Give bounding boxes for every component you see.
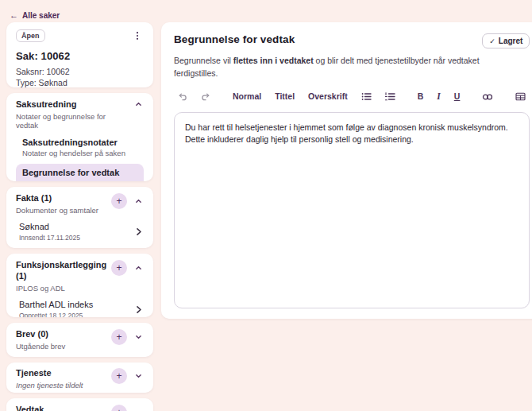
- chevron-right-icon: [136, 227, 142, 236]
- case-title: Sak: 10062: [16, 50, 144, 62]
- kebab-menu-icon[interactable]: [131, 29, 144, 44]
- sidebar-item-saksutredningsnotater[interactable]: Saksutredningsnotater Notater og hendels…: [16, 134, 144, 161]
- table-icon: [515, 92, 526, 101]
- chevron-up-icon: [135, 265, 142, 271]
- case-number: Saksnr: 10062: [16, 66, 144, 77]
- section-subtitle: IPLOS og ADL: [16, 284, 106, 293]
- section-brev: Brev (0) Utgående brev +: [6, 323, 153, 357]
- description-bold-text: flettes inn i vedtaket: [233, 56, 314, 65]
- add-funksjonskartlegging-button[interactable]: +: [111, 260, 127, 276]
- case-type: Type: Søknad: [16, 77, 144, 87]
- back-link-label: Alle saker: [22, 11, 60, 20]
- document-row-barthel[interactable]: Barthel ADL indeks Opprettet 18.12.2025: [16, 297, 144, 317]
- section-funksjonskartlegging: Funksjonskartlegging (1) IPLOS og ADL + …: [6, 254, 153, 317]
- chevron-up-icon: [135, 101, 142, 107]
- top-bar: ← Alle saker: [0, 0, 532, 21]
- document-meta: Innsendt 17.11.2025: [19, 234, 80, 242]
- editor-description: Begrunnelse vil flettes inn i vedtaket o…: [174, 55, 523, 80]
- section-title: Funksjonskartlegging (1): [16, 260, 106, 282]
- plus-icon: +: [116, 405, 121, 411]
- item-subtitle: Notater og hendelser på saken: [22, 149, 137, 157]
- saved-label: Lagret: [499, 37, 523, 45]
- document-title: Barthel ADL indeks: [19, 299, 93, 310]
- ordered-list-button[interactable]: [381, 91, 399, 103]
- checkmark-icon: ✓: [489, 37, 495, 45]
- section-subtitle: Ingen tjeneste tildelt: [16, 381, 83, 390]
- section-tjeneste: Tjeneste Ingen tjeneste tildelt +: [6, 363, 153, 393]
- item-subtitle: Begrunnelse for beslutningen som tas: [22, 180, 137, 181]
- plus-icon: +: [116, 330, 121, 344]
- chevron-down-icon: [135, 334, 142, 340]
- sidebar-item-begrunnelse-for-vedtak[interactable]: Begrunnelse for vedtak Begrunnelse for b…: [16, 164, 144, 181]
- section-fakta: Fakta (1) Dokumenter og samtaler + Søkna…: [6, 187, 153, 248]
- status-badge: Åpen: [16, 29, 45, 42]
- section-vedtak: Vedtak +: [6, 398, 153, 411]
- section-subtitle: Dokumenter og samtaler: [16, 206, 98, 215]
- link-icon: [482, 93, 493, 101]
- expand-button[interactable]: [133, 332, 144, 342]
- collapse-button[interactable]: [133, 263, 144, 273]
- section-title: Brev (0): [16, 329, 65, 340]
- ordered-list-icon: [385, 92, 395, 101]
- editor-text: Du har rett til helsetjenester i hjemmet…: [185, 122, 519, 147]
- editor-panel: Begrunnelse for vedtak ✓ Lagret Begrunne…: [161, 22, 532, 319]
- undo-button[interactable]: [174, 91, 191, 103]
- back-to-cases-link[interactable]: ← Alle saker: [10, 10, 60, 20]
- case-sidebar: Åpen Sak: 10062 Saksnr: 10062 Type: Søkn…: [6, 22, 153, 411]
- plus-icon: +: [116, 194, 121, 208]
- redo-icon: [201, 92, 210, 101]
- editor-toolbar: Normal Tittel Overskrift B I U: [174, 89, 530, 105]
- add-brev-button[interactable]: +: [111, 329, 127, 345]
- chevron-down-icon: [135, 373, 142, 379]
- chevron-right-icon: [136, 305, 142, 314]
- item-title: Saksutredningsnotater: [22, 137, 137, 148]
- italic-button[interactable]: I: [433, 91, 444, 103]
- format-title-button[interactable]: Tittel: [271, 91, 299, 103]
- case-summary-card: Åpen Sak: 10062 Saksnr: 10062 Type: Søkn…: [6, 22, 153, 87]
- collapse-button[interactable]: [133, 99, 144, 109]
- redo-button[interactable]: [197, 91, 214, 103]
- section-saksutredning: Saksutredning Notater og begrunnelse for…: [6, 93, 153, 181]
- bullet-list-button[interactable]: [357, 91, 376, 103]
- table-button[interactable]: [511, 91, 530, 103]
- bold-button[interactable]: B: [414, 91, 428, 103]
- description-text: Begrunnelse vil: [174, 56, 233, 65]
- add-fakta-button[interactable]: +: [111, 193, 127, 209]
- expand-button[interactable]: [133, 408, 144, 411]
- add-vedtak-button[interactable]: +: [111, 405, 127, 411]
- section-subtitle: Utgående brev: [16, 342, 65, 351]
- item-title: Begrunnelse for vedtak: [22, 167, 137, 178]
- saved-status-button[interactable]: ✓ Lagret: [482, 33, 530, 48]
- document-title: Søknad: [19, 221, 80, 232]
- format-normal-button[interactable]: Normal: [229, 91, 265, 103]
- undo-icon: [178, 92, 187, 101]
- section-title: Vedtak: [16, 405, 44, 411]
- document-row-soknad[interactable]: Søknad Innsendt 17.11.2025: [16, 219, 144, 244]
- expand-button[interactable]: [133, 371, 144, 381]
- bullet-list-icon: [361, 92, 372, 101]
- section-title: Tjeneste: [16, 368, 83, 379]
- section-title: Fakta (1): [16, 193, 98, 204]
- format-heading-button[interactable]: Overskrift: [304, 91, 352, 103]
- underline-button[interactable]: U: [450, 91, 465, 103]
- section-subtitle: Notater og begrunnelse for vedtak: [16, 112, 129, 130]
- back-arrow-icon: ←: [10, 10, 18, 20]
- chevron-up-icon: [135, 198, 142, 204]
- collapse-button[interactable]: [133, 196, 144, 206]
- document-meta: Opprettet 18.12.2025: [19, 312, 93, 317]
- section-title: Saksutredning: [16, 99, 129, 111]
- add-tjeneste-button[interactable]: +: [111, 368, 127, 384]
- page-layout: Åpen Sak: 10062 Saksnr: 10062 Type: Søkn…: [0, 21, 532, 411]
- plus-icon: +: [116, 369, 121, 383]
- page-title: Begrunnelse for vedtak: [174, 33, 295, 45]
- link-button[interactable]: [478, 91, 497, 103]
- rich-text-editor[interactable]: Du har rett til helsetjenester i hjemmet…: [174, 112, 530, 308]
- plus-icon: +: [116, 261, 121, 275]
